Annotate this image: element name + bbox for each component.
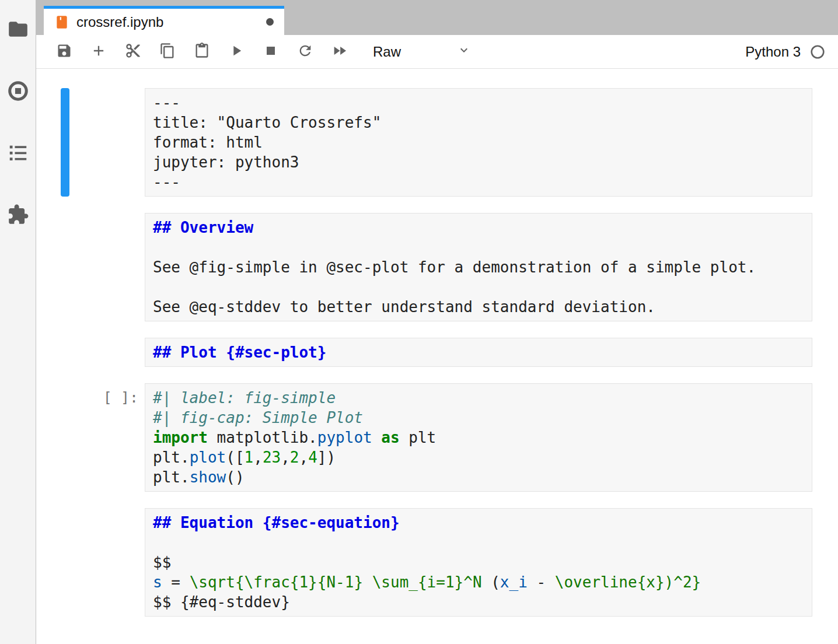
- code-token: #| label: fig-simple: [153, 389, 336, 407]
- code-token: See @eq-stddev to better understand stan…: [153, 298, 655, 316]
- code-token: as: [381, 429, 399, 446]
- plus-icon: [90, 43, 107, 61]
- code-token: (): [226, 468, 244, 486]
- code-token: (: [482, 573, 500, 591]
- cell-editor[interactable]: ---title: "Quarto Crossrefs"format: html…: [145, 88, 812, 197]
- code-token: plt.: [153, 449, 190, 466]
- code-token: -: [528, 573, 555, 591]
- code-token: show: [190, 468, 226, 486]
- code-token: 23: [263, 449, 281, 466]
- chevron-down-icon: [457, 43, 471, 61]
- kernel-name[interactable]: Python 3: [745, 44, 801, 60]
- left-sidebar: [0, 0, 36, 644]
- code-token: \sqrt{\frac{1}{N-1} \sum_{i=1}^N: [190, 573, 482, 591]
- cell-editor[interactable]: ## Equation {#sec-equation} $$s = \sqrt{…: [145, 508, 812, 617]
- code-token: ## Overview: [153, 219, 253, 236]
- fast-forward-icon: [331, 43, 348, 61]
- code-token: title: "Quarto Crossrefs": [153, 114, 381, 131]
- cell-type-dropdown[interactable]: Raw: [373, 43, 471, 61]
- code-line: plt.show(): [145, 467, 812, 487]
- cell-collapser[interactable]: [61, 88, 69, 197]
- notebook-area: ---title: "Quarto Crossrefs"format: html…: [36, 69, 838, 644]
- code-token: ]): [317, 449, 336, 466]
- insert-cell-button[interactable]: [86, 39, 111, 65]
- cut-cells-button[interactable]: [120, 39, 146, 65]
- notebook-cell-markdown: ## Overview See @fig-simple in @sec-plot…: [61, 213, 812, 321]
- unsaved-changes-dot[interactable]: [266, 18, 274, 26]
- copy-cells-button[interactable]: [155, 39, 180, 65]
- code-line: $$ {#eq-stddev}: [145, 592, 812, 612]
- code-token: 4: [308, 449, 317, 466]
- code-line: ## Plot {#sec-plot}: [145, 342, 812, 362]
- sidebar-item-running-kernels[interactable]: [6, 80, 30, 103]
- code-line: s = \sqrt{\frac{1}{N-1} \sum_{i=1}^N (x_…: [145, 572, 812, 592]
- tab-crossref-ipynb[interactable]: crossref.ipynb: [44, 6, 284, 35]
- copy-icon: [159, 43, 176, 61]
- cell-prompt: [ ]:: [69, 383, 145, 492]
- cell-prompt: [69, 88, 145, 197]
- code-line: $$: [145, 552, 812, 572]
- folder-icon: [7, 18, 29, 42]
- code-token: x_i: [500, 573, 528, 591]
- code-line: import matplotlib.pyplot as plt: [145, 428, 812, 447]
- cell-type-value: Raw: [373, 44, 401, 60]
- code-token: \overline{x})^2}: [555, 573, 701, 591]
- cell-collapser[interactable]: [61, 383, 69, 492]
- cell-editor[interactable]: #| label: fig-simple#| fig-cap: Simple P…: [145, 383, 812, 492]
- running-icon: [7, 80, 29, 104]
- code-line: plt.plot([1,23,2,4]): [145, 447, 812, 467]
- code-token: import: [153, 429, 208, 446]
- code-line: #| fig-cap: Simple Plot: [145, 408, 812, 428]
- code-token: ,: [299, 449, 309, 466]
- code-line: ## Overview: [145, 218, 812, 237]
- code-token: s: [153, 573, 162, 591]
- code-token: matplotlib.: [208, 429, 317, 446]
- restart-kernel-button[interactable]: [292, 39, 318, 65]
- run-cell-button[interactable]: [224, 39, 249, 65]
- code-line: title: "Quarto Crossrefs": [145, 113, 812, 132]
- sidebar-item-extensions[interactable]: [6, 204, 30, 226]
- cell-list: ---title: "Quarto Crossrefs"format: html…: [36, 88, 838, 617]
- scissors-icon: [125, 43, 141, 61]
- stop-icon: [263, 43, 279, 61]
- notebook-icon: [54, 15, 69, 30]
- code-token: format: html: [153, 134, 263, 151]
- code-line: [145, 277, 812, 297]
- code-token: [372, 429, 382, 446]
- code-token: ---: [153, 94, 180, 111]
- code-line: See @fig-simple in @sec-plot for a demon…: [145, 257, 812, 277]
- restart-icon: [297, 43, 313, 61]
- sidebar-item-file-browser[interactable]: [6, 19, 30, 41]
- tab-bar: crossref.ipynb: [36, 0, 838, 35]
- code-token: plt: [400, 429, 437, 446]
- paste-cells-button[interactable]: [189, 39, 215, 65]
- sidebar-item-table-of-contents[interactable]: [6, 142, 30, 164]
- code-line: format: html: [145, 132, 812, 152]
- cell-collapser[interactable]: [61, 213, 69, 321]
- cell-prompt: [69, 213, 145, 321]
- cell-editor[interactable]: ## Overview See @fig-simple in @sec-plot…: [145, 213, 812, 321]
- code-token: 2: [290, 449, 299, 466]
- code-token: $$ {#eq-stddev}: [153, 593, 290, 611]
- code-token: ## Plot {#sec-plot}: [153, 344, 326, 361]
- kernel-status-icon[interactable]: [810, 44, 825, 60]
- restart-and-run-all-button[interactable]: [327, 39, 352, 65]
- code-token: ,: [253, 449, 263, 466]
- play-icon: [228, 43, 245, 61]
- code-token: #| fig-cap: Simple Plot: [153, 409, 363, 426]
- notebook-cell-code: [ ]:#| label: fig-simple#| fig-cap: Simp…: [61, 383, 812, 492]
- cell-collapser[interactable]: [61, 338, 69, 367]
- code-token: ([: [226, 449, 244, 466]
- code-token: See @fig-simple in @sec-plot for a demon…: [153, 258, 756, 276]
- cell-prompt: [69, 508, 145, 617]
- code-token: ## Equation {#sec-equation}: [153, 514, 400, 531]
- interrupt-kernel-button[interactable]: [258, 39, 284, 65]
- cell-collapser[interactable]: [61, 508, 69, 617]
- notebook-toolbar: Raw Python 3: [36, 35, 838, 69]
- code-token: 1: [245, 449, 254, 466]
- cell-editor[interactable]: ## Plot {#sec-plot}: [145, 338, 812, 367]
- code-token: $$: [153, 554, 171, 571]
- save-button[interactable]: [51, 39, 77, 65]
- toc-icon: [7, 142, 29, 166]
- cell-prompt: [69, 338, 145, 367]
